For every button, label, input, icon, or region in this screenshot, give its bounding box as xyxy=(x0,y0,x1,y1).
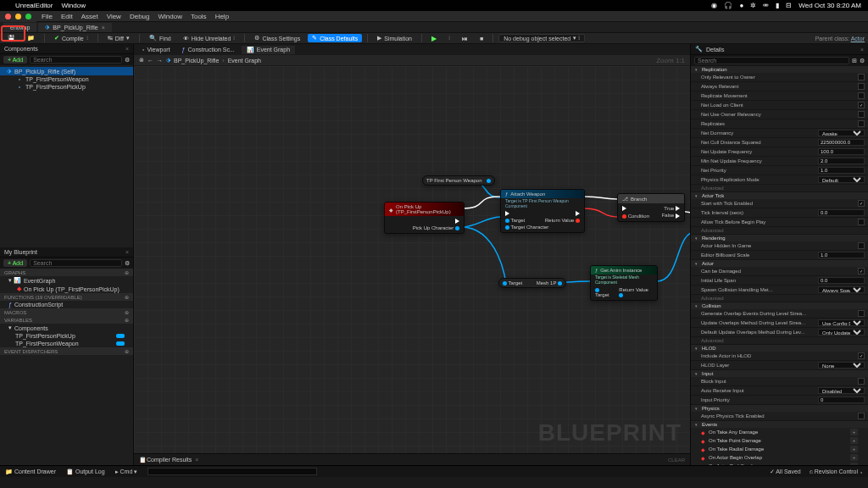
settings-icon[interactable]: ⚙ xyxy=(125,260,130,267)
add-event-button[interactable]: + xyxy=(850,437,858,444)
event-graph-canvas[interactable]: TP First Person Weapon ◆On Pick Up (TP_F… xyxy=(134,66,690,453)
construction-tab[interactable]: ƒ Construction Sc... xyxy=(177,46,240,53)
cat-actor-tick[interactable]: Actor Tick xyxy=(691,192,868,199)
default-overlaps-select[interactable]: Only Update Movable xyxy=(818,329,865,336)
input-priority-input[interactable] xyxy=(818,396,865,403)
close-icon[interactable]: × xyxy=(102,25,105,30)
find-button[interactable]: 🔍Find xyxy=(145,34,175,42)
checkbox[interactable] xyxy=(858,83,865,90)
details-body[interactable]: Replication Only Relevant to Owner Alway… xyxy=(691,66,868,465)
components-category[interactable]: ▾ Components xyxy=(0,324,133,332)
phys-rep-select[interactable]: Default xyxy=(818,176,865,183)
cat-events[interactable]: Events xyxy=(691,421,868,428)
save-button[interactable]: 💾 xyxy=(3,34,19,42)
menu-window[interactable]: Window xyxy=(158,13,181,20)
step-button[interactable]: ⏭ xyxy=(458,34,472,42)
nav-back-icon[interactable]: ⊗ xyxy=(139,57,144,64)
browse-button[interactable]: 📁 xyxy=(23,34,39,42)
tab-blueprint[interactable]: ⬗BP_PickUp_Rifle× xyxy=(38,23,111,32)
add-event-button[interactable]: + xyxy=(850,454,858,461)
debug-object-dropdown[interactable]: No debug object selected ▾ ⁝ xyxy=(498,34,585,42)
settings-icon[interactable]: ⚙ xyxy=(125,57,130,64)
event-row[interactable]: ◆On Actor End Overlap+ xyxy=(691,462,868,465)
eventgraph-item[interactable]: ▾ 📊 EventGraph xyxy=(0,276,133,285)
nav-fwd[interactable]: → xyxy=(157,58,163,64)
breadcrumb-bp[interactable]: BP_PickUp_Rifle xyxy=(174,58,219,64)
construction-script[interactable]: ƒConstructionScript xyxy=(0,301,133,308)
battery-icon[interactable]: ▮ xyxy=(776,2,779,9)
play-button[interactable]: ▶ xyxy=(427,34,441,42)
stop-button[interactable]: ■ xyxy=(476,34,487,42)
checkbox[interactable] xyxy=(858,74,865,80)
checkbox[interactable] xyxy=(858,268,865,274)
checkbox[interactable] xyxy=(858,242,865,249)
close-icon[interactable]: × xyxy=(860,47,864,53)
add-event-button[interactable]: + xyxy=(850,446,858,452)
event-row[interactable]: ◆On Take Any Damage+ xyxy=(691,428,868,436)
node-var-mesh[interactable]: TargetMesh 1P xyxy=(498,278,566,288)
cat-hlod[interactable]: HLOD xyxy=(691,345,868,352)
hide-unrelated-button[interactable]: 👁Hide Unrelated⁝ xyxy=(179,34,240,42)
lifespan-input[interactable] xyxy=(818,277,865,284)
update-freq-input[interactable] xyxy=(818,148,865,155)
cat-replication[interactable]: Replication xyxy=(691,66,868,73)
node-var-weapon[interactable]: TP First Person Weapon xyxy=(422,175,495,186)
component-weapon[interactable]: ▫TP_FirstPersonWeapon xyxy=(0,75,133,83)
functions-header[interactable]: FUNCTIONS (19 OVERRIDABLE)⊕ xyxy=(0,293,133,301)
myblueprint-search-input[interactable] xyxy=(30,259,122,267)
event-row[interactable]: ◆On Take Point Damage+ xyxy=(691,436,868,445)
menu-view[interactable]: View xyxy=(107,13,121,20)
class-settings-button[interactable]: ⚙Class Settings xyxy=(250,34,304,42)
checkbox[interactable] xyxy=(858,102,865,108)
cat-input[interactable]: Input xyxy=(691,370,868,377)
checkbox[interactable] xyxy=(858,352,865,359)
checkbox[interactable] xyxy=(858,310,865,317)
hlod-layer-select[interactable]: None xyxy=(818,362,865,369)
auto-input-select[interactable]: Disabled xyxy=(818,387,865,394)
checkbox[interactable] xyxy=(858,111,865,118)
wifi-icon[interactable]: ⚮ xyxy=(763,2,769,9)
clock[interactable]: Wed Oct 30 8:20 AM xyxy=(798,2,861,9)
checkbox[interactable] xyxy=(858,92,865,99)
spawn-collision-select[interactable]: Always Spawn, Ignore Collisions xyxy=(818,286,865,293)
variables-header[interactable]: VARIABLES⊕ xyxy=(0,316,133,324)
filter-icon[interactable]: ⊞ xyxy=(852,58,857,64)
viewport-tab[interactable]: ▫ Viewport xyxy=(137,46,175,53)
add-event-button[interactable]: + xyxy=(850,429,858,435)
tick-interval-input[interactable] xyxy=(818,209,865,216)
menu-file[interactable]: File xyxy=(42,13,53,20)
var-pickup[interactable]: TP_FirstPersonPickUp xyxy=(0,332,133,340)
close-icon[interactable]: × xyxy=(125,46,129,52)
content-drawer-button[interactable]: 📁 Content Drawer xyxy=(5,469,56,475)
all-saved-status[interactable]: ✓ All Saved xyxy=(770,469,801,475)
menu-window[interactable]: Window xyxy=(61,2,85,9)
record-icon[interactable]: ● xyxy=(739,2,743,9)
compile-button[interactable]: ✔Compile⁝ xyxy=(50,34,92,42)
checkbox[interactable] xyxy=(858,378,865,385)
cat-actor[interactable]: Actor xyxy=(691,260,868,267)
node-attach-weapon[interactable]: ƒAttach Weapon Target is TP First Person… xyxy=(500,189,585,233)
billboard-input[interactable] xyxy=(818,252,865,258)
var-weapon[interactable]: TP_FirstPersonWeapon xyxy=(0,340,133,347)
add-component-button[interactable]: + Add xyxy=(3,56,27,64)
add-new-button[interactable]: + Add xyxy=(3,259,27,267)
event-row[interactable]: ◆On Take Radial Damage+ xyxy=(691,445,868,453)
cat-physics[interactable]: Physics xyxy=(691,405,868,412)
console-input[interactable] xyxy=(147,468,317,475)
min-update-input[interactable] xyxy=(818,158,865,164)
revision-control-button[interactable]: ⎌ Revision Control ▾ xyxy=(810,469,863,475)
component-pickup[interactable]: ▫TP_FirstPersonPickUp xyxy=(0,83,133,91)
cat-rendering[interactable]: Rendering xyxy=(691,235,868,241)
eventgraph-event[interactable]: ◆On Pick Up (TP_FirstPersonPickUp) xyxy=(0,285,133,293)
parent-class-link[interactable]: Actor xyxy=(851,36,865,42)
dispatchers-header[interactable]: EVENT DISPATCHERS⊕ xyxy=(0,347,133,355)
diff-button[interactable]: ↹Diff▾ xyxy=(103,34,134,42)
event-row[interactable]: ◆On Actor Begin Overlap+ xyxy=(691,453,868,462)
window-controls[interactable] xyxy=(0,11,36,22)
menu-tools[interactable]: Tools xyxy=(191,13,207,20)
add-event-button[interactable]: + xyxy=(850,463,858,465)
simulation-button[interactable]: ▶Simulation xyxy=(373,34,416,42)
menu-debug[interactable]: Debug xyxy=(130,13,150,20)
menu-asset[interactable]: Asset xyxy=(81,13,98,20)
class-defaults-button[interactable]: ✎Class Defaults xyxy=(308,34,362,42)
